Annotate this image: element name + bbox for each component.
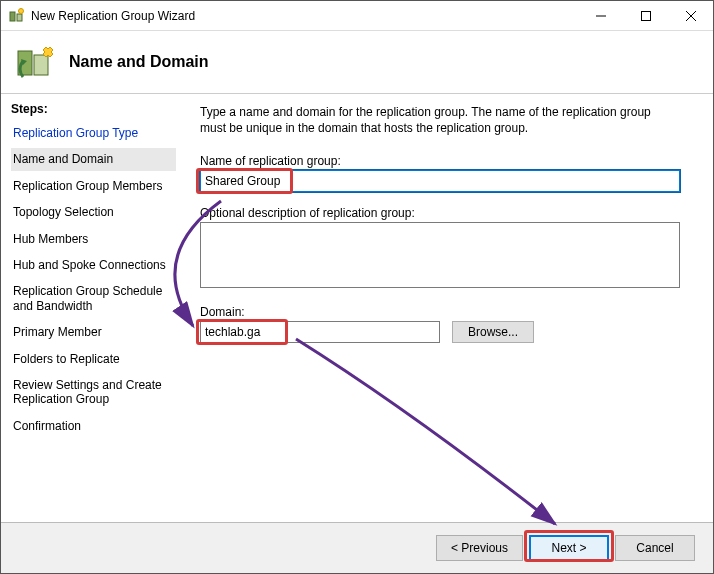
step-item-8: Folders to Replicate xyxy=(11,348,176,370)
step-item-9: Review Settings and Create Replication G… xyxy=(11,374,176,411)
svg-rect-0 xyxy=(10,12,15,21)
previous-button[interactable]: < Previous xyxy=(436,535,523,561)
wizard-footer: < Previous Next > Cancel xyxy=(1,522,713,573)
svg-point-2 xyxy=(19,8,24,13)
description-label: Optional description of replication grou… xyxy=(200,206,680,220)
step-item-3: Topology Selection xyxy=(11,201,176,223)
description-textarea[interactable] xyxy=(200,222,680,288)
name-label: Name of replication group: xyxy=(200,154,680,168)
svg-rect-8 xyxy=(34,55,48,75)
steps-sidebar: Steps: Replication Group TypeName and Do… xyxy=(1,94,186,574)
svg-rect-4 xyxy=(641,11,650,20)
domain-input[interactable] xyxy=(200,321,440,343)
step-item-6: Replication Group Schedule and Bandwidth xyxy=(11,280,176,317)
close-button[interactable] xyxy=(668,1,713,30)
next-button[interactable]: Next > xyxy=(529,535,609,561)
titlebar: New Replication Group Wizard xyxy=(1,1,713,31)
window-title: New Replication Group Wizard xyxy=(31,9,578,23)
step-item-0[interactable]: Replication Group Type xyxy=(11,122,176,144)
instruction-text: Type a name and domain for the replicati… xyxy=(200,104,670,136)
step-item-1: Name and Domain xyxy=(11,148,176,170)
maximize-button[interactable] xyxy=(623,1,668,30)
steps-heading: Steps: xyxy=(11,102,176,116)
domain-label: Domain: xyxy=(200,305,680,319)
step-item-7: Primary Member xyxy=(11,321,176,343)
main-panel: Type a name and domain for the replicati… xyxy=(186,94,713,574)
wizard-header: Name and Domain xyxy=(1,31,713,94)
step-item-10: Confirmation xyxy=(11,415,176,437)
app-icon xyxy=(9,8,25,24)
step-item-4: Hub Members xyxy=(11,228,176,250)
cancel-button[interactable]: Cancel xyxy=(615,535,695,561)
window-controls xyxy=(578,1,713,30)
step-item-2: Replication Group Members xyxy=(11,175,176,197)
browse-button[interactable]: Browse... xyxy=(452,321,534,343)
wizard-icon xyxy=(15,41,57,83)
minimize-button[interactable] xyxy=(578,1,623,30)
page-title: Name and Domain xyxy=(69,53,209,71)
svg-rect-1 xyxy=(17,14,22,21)
replication-group-name-input[interactable] xyxy=(200,170,680,192)
step-item-5: Hub and Spoke Connections xyxy=(11,254,176,276)
